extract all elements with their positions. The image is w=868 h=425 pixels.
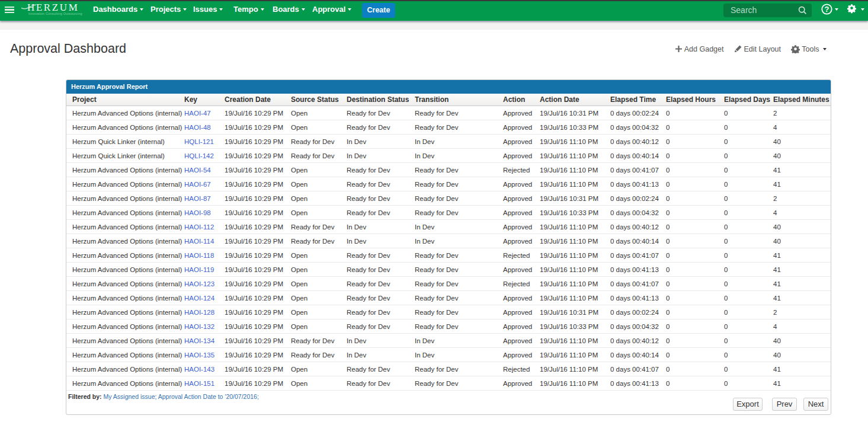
svg-text:?: ? xyxy=(825,5,829,14)
